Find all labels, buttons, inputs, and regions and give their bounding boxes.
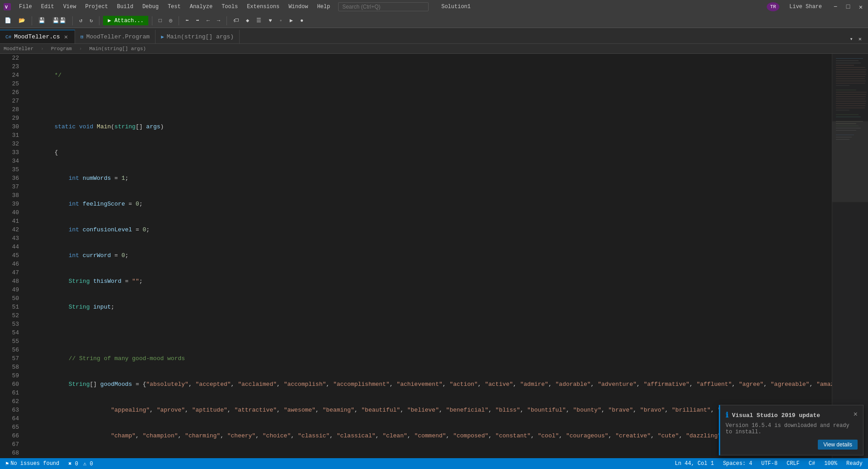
line-num-62: 62 bbox=[0, 397, 19, 406]
menu-project[interactable]: Project bbox=[80, 2, 112, 12]
code-line-28: int confusionLevel = 0; bbox=[26, 225, 832, 234]
zoom-status[interactable]: 100% bbox=[822, 460, 839, 467]
tab-bar: C# MoodTeller.cs ✕ ⊞ MoodTeller.Program … bbox=[0, 28, 868, 44]
svg-rect-4 bbox=[836, 61, 859, 61]
search-input[interactable] bbox=[338, 2, 429, 11]
minimize-button[interactable]: − bbox=[832, 3, 839, 10]
line-num-25: 25 bbox=[0, 80, 19, 88]
menu-extensions[interactable]: Extensions bbox=[242, 2, 284, 12]
notification-title: ℹ Visual Studio 2019 update bbox=[726, 411, 820, 420]
notification-details-button[interactable]: View details bbox=[818, 440, 858, 450]
toolbar-btn-13[interactable]: ● bbox=[297, 17, 306, 25]
breadcrumb-member[interactable]: Main(string[] args) bbox=[89, 46, 146, 52]
error-icon: ✖ bbox=[68, 461, 71, 467]
line-num-56: 56 bbox=[0, 346, 19, 354]
line-num-47: 47 bbox=[0, 268, 19, 277]
undo-button[interactable]: ↺ bbox=[76, 16, 85, 25]
svg-rect-15 bbox=[836, 85, 849, 86]
code-line-27: int feelingScore = 0; bbox=[26, 200, 832, 208]
code-content[interactable]: */ static void Main(string[] args) { int… bbox=[23, 54, 832, 458]
svg-rect-5 bbox=[836, 63, 861, 63]
svg-rect-9 bbox=[836, 72, 866, 72]
menu-help[interactable]: Help bbox=[312, 2, 335, 12]
code-editor[interactable]: 22 23 24 25 26 27 28 29 30 31 32 33 34 3… bbox=[0, 54, 832, 458]
toolbar-btn-2[interactable]: ◎ bbox=[166, 16, 175, 25]
menu-analyze[interactable]: Analyze bbox=[185, 2, 217, 12]
notification-title-text: Visual Studio 2019 update bbox=[732, 412, 820, 419]
menu-test[interactable]: Test bbox=[163, 2, 185, 12]
breadcrumb-sep-2: › bbox=[79, 46, 82, 52]
svg-rect-12 bbox=[836, 79, 865, 79]
svg-rect-26 bbox=[836, 114, 859, 115]
tab-moodteller-program[interactable]: ⊞ MoodTeller.Program bbox=[75, 30, 156, 43]
svg-rect-13 bbox=[836, 81, 866, 81]
svg-rect-11 bbox=[836, 76, 865, 77]
maximize-button[interactable]: □ bbox=[844, 3, 852, 10]
minimap-content bbox=[832, 54, 868, 458]
toolbar-btn-5[interactable]: ← bbox=[204, 17, 212, 25]
toolbar-btn-3[interactable]: ⬅ bbox=[183, 16, 191, 25]
solution-name: Solution1 bbox=[441, 4, 471, 10]
toolbar-btn-1[interactable]: □ bbox=[156, 17, 165, 25]
menu-file[interactable]: File bbox=[14, 2, 37, 12]
errors-status[interactable]: ✖ 0 ⚠ 0 bbox=[66, 460, 94, 467]
toolbar-btn-7[interactable]: 🏷 bbox=[231, 16, 241, 25]
toolbar-btn-10[interactable]: ♥ bbox=[266, 17, 274, 25]
svg-rect-23 bbox=[836, 105, 865, 106]
menu-tools[interactable]: Tools bbox=[217, 2, 242, 12]
title-bar-right: TR Live Share − □ ✕ bbox=[767, 2, 864, 12]
tab-close-0[interactable]: ✕ bbox=[63, 33, 69, 41]
toolbar-btn-4[interactable]: ➡ bbox=[193, 16, 202, 25]
tab-main-args[interactable]: ▶ Main(string[] args) bbox=[156, 30, 240, 43]
code-line-30: String thisWord = ""; bbox=[26, 277, 832, 286]
save-all-button[interactable]: 💾💾 bbox=[50, 16, 69, 25]
save-button[interactable]: 💾 bbox=[36, 16, 48, 25]
line-num-52: 52 bbox=[0, 311, 19, 320]
notification-close-button[interactable]: × bbox=[853, 411, 858, 419]
toolbar-btn-6[interactable]: → bbox=[214, 17, 223, 25]
code-line-26: int numWords = 1; bbox=[26, 174, 832, 183]
close-button[interactable]: ✕ bbox=[857, 3, 864, 10]
minimap[interactable] bbox=[832, 54, 868, 458]
redo-button[interactable]: ↻ bbox=[87, 16, 95, 25]
live-share-btn[interactable]: Live Share bbox=[785, 2, 826, 12]
line-num-22: 22 bbox=[0, 54, 19, 62]
breadcrumb-class[interactable]: Program bbox=[51, 46, 72, 52]
line-endings-status[interactable]: CRLF bbox=[785, 460, 802, 467]
toolbar-btn-8[interactable]: ◆ bbox=[243, 16, 252, 25]
menu-build[interactable]: Build bbox=[113, 2, 138, 12]
language-status[interactable]: C# bbox=[807, 460, 817, 467]
code-scroll[interactable]: 22 23 24 25 26 27 28 29 30 31 32 33 34 3… bbox=[0, 54, 832, 458]
toolbar-btn-11[interactable]: ◦ bbox=[276, 17, 285, 25]
line-num-57: 57 bbox=[0, 354, 19, 363]
line-num-69: 69 bbox=[0, 457, 19, 458]
menu-window[interactable]: Window bbox=[284, 2, 312, 12]
line-num-27: 27 bbox=[0, 97, 19, 105]
line-num-58: 58 bbox=[0, 363, 19, 371]
status-bar: ⚑ No issues found ✖ 0 ⚠ 0 Ln 44, Col 1 S… bbox=[0, 458, 868, 469]
attach-button[interactable]: ▶ Attach... bbox=[103, 16, 148, 25]
tab-list-button[interactable]: ▾ bbox=[847, 35, 856, 43]
line-num-59: 59 bbox=[0, 371, 19, 380]
encoding-status[interactable]: UTF-8 bbox=[760, 460, 779, 467]
line-num-48: 48 bbox=[0, 277, 19, 286]
toolbar-btn-12[interactable]: ▶ bbox=[287, 16, 296, 25]
menu-view[interactable]: View bbox=[59, 2, 81, 12]
spaces-status[interactable]: Spaces: 4 bbox=[721, 460, 754, 467]
tab-moodteller-cs[interactable]: C# MoodTeller.cs ✕ bbox=[0, 30, 75, 43]
menu-debug[interactable]: Debug bbox=[138, 2, 163, 12]
toolbar-btn-9[interactable]: ☰ bbox=[254, 16, 264, 25]
new-file-button[interactable]: 📄 bbox=[2, 16, 14, 25]
line-num-67: 67 bbox=[0, 440, 19, 449]
line-col-status[interactable]: Ln 44, Col 1 bbox=[673, 460, 716, 467]
profile-avatar[interactable]: TR bbox=[767, 2, 779, 11]
breadcrumb-project[interactable]: MoodTeller bbox=[4, 46, 33, 52]
menu-edit[interactable]: Edit bbox=[37, 2, 59, 12]
open-file-button[interactable]: 📂 bbox=[16, 16, 28, 25]
branch-status[interactable]: ⚑ No issues found bbox=[4, 460, 61, 467]
line-num-64: 64 bbox=[0, 414, 19, 423]
menu-bar: File Edit View Project Build Debug Test … bbox=[14, 2, 335, 12]
line-num-31: 31 bbox=[0, 131, 19, 140]
toolbar-sep-3 bbox=[99, 16, 99, 25]
tab-close-all-button[interactable]: ✕ bbox=[856, 35, 864, 43]
